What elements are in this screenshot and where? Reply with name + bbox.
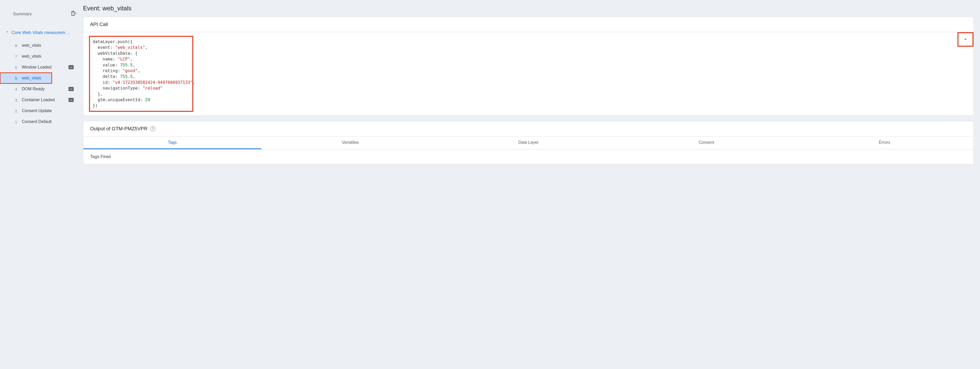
group-header[interactable]: Core Web Vitals measurem… (0, 27, 83, 38)
api-call-code: dataLayer.push({ event: "web_vitals", we… (89, 36, 193, 112)
event-item[interactable]: 8web_vitals (0, 40, 78, 51)
event-item[interactable]: 4DOM Ready<> (0, 84, 78, 94)
event-number: 2 (13, 109, 17, 113)
code-icon: <> (68, 65, 74, 69)
event-item[interactable]: 5web_vitals (0, 73, 52, 84)
tags-fired-header: Tags Fired (83, 150, 974, 164)
event-label: web_vitals (22, 54, 74, 59)
event-item[interactable]: 3Container Loaded<> (0, 94, 78, 105)
event-item[interactable]: 2Consent Update (0, 105, 78, 116)
event-number: 8 (13, 43, 17, 48)
event-label: Window Loaded (22, 65, 62, 70)
output-header-label: Output of GTM-PMZ5VPR (90, 126, 148, 132)
event-number: 5 (13, 76, 17, 80)
code-icon: <> (68, 98, 74, 102)
event-label: Consent Update (22, 108, 74, 113)
event-label: web_vitals (22, 43, 74, 48)
help-icon[interactable]: ? (150, 126, 156, 131)
api-call-card: API Call dataLayer.push({ event: "web_vi… (83, 17, 974, 116)
group-label: Core Web Vitals measurem… (11, 30, 81, 35)
event-label: Container Loaded (22, 97, 62, 102)
summary-row[interactable]: Summary (0, 7, 83, 21)
output-header: Output of GTM-PMZ5VPR ? (83, 121, 974, 137)
event-label: Consent Default (22, 119, 74, 124)
event-item[interactable]: 6Window Loaded<> (0, 62, 78, 73)
event-label: web_vitals (22, 76, 48, 80)
output-card: Output of GTM-PMZ5VPR ? TagsVariablesDat… (83, 121, 974, 164)
output-tabs: TagsVariablesData LayerConsentErrors (83, 137, 974, 150)
clear-icon[interactable] (70, 10, 77, 18)
event-number: 6 (13, 65, 17, 70)
event-number: 1 (13, 119, 17, 124)
tab-variables[interactable]: Variables (261, 137, 439, 149)
event-number: 3 (13, 98, 17, 102)
tab-errors[interactable]: Errors (795, 137, 974, 149)
event-item[interactable]: 7web_vitals (0, 51, 78, 62)
event-item[interactable]: 1Consent Default (0, 116, 78, 127)
tab-consent[interactable]: Consent (617, 137, 795, 149)
tab-data-layer[interactable]: Data Layer (439, 137, 617, 149)
tab-tags[interactable]: Tags (83, 137, 261, 149)
page-title: Event: web_vitals (83, 5, 974, 12)
api-call-header: API Call (83, 17, 974, 32)
summary-label: Summary (13, 11, 32, 17)
chevron-down-icon (5, 30, 10, 35)
event-label: DOM Ready (22, 87, 62, 91)
api-call-body: dataLayer.push({ event: "web_vitals", we… (83, 32, 974, 116)
sidebar: Summary Core Web Vitals measurem… 8web_v… (0, 0, 83, 369)
event-list: 8web_vitals7web_vitals6Window Loaded<>5w… (0, 40, 83, 127)
event-number: 7 (13, 54, 17, 59)
main-content: Event: web_vitals API Call dataLayer.pus… (83, 0, 980, 369)
code-icon: <> (68, 87, 74, 91)
event-number: 4 (13, 87, 17, 91)
collapse-button[interactable] (958, 32, 974, 47)
chevron-up-icon (963, 36, 968, 43)
